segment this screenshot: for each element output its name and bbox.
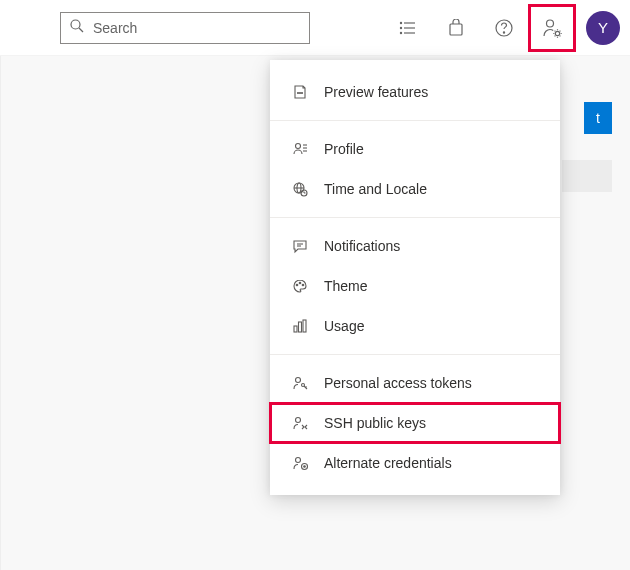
chat-icon (290, 236, 310, 256)
svg-point-34 (296, 378, 301, 383)
svg-point-38 (296, 418, 301, 423)
list-icon[interactable] (384, 4, 432, 52)
menu-item-alt-credentials[interactable]: Alternate credentials (270, 443, 560, 483)
svg-line-1 (79, 28, 83, 32)
avatar-initial: Y (598, 19, 608, 36)
preview-icon (290, 82, 310, 102)
svg-point-14 (300, 93, 301, 94)
svg-point-29 (299, 282, 301, 284)
menu-label: Preview features (324, 84, 428, 100)
person-alt-icon (290, 453, 310, 473)
svg-point-5 (400, 27, 401, 28)
svg-point-3 (400, 22, 401, 23)
top-bar: Y (0, 0, 630, 56)
menu-item-theme[interactable]: Theme (270, 266, 560, 306)
menu-label: Time and Locale (324, 181, 427, 197)
toolbar-fragment (562, 160, 612, 192)
svg-rect-8 (450, 24, 462, 35)
menu-item-usage[interactable]: Usage (270, 306, 560, 346)
help-icon[interactable] (480, 4, 528, 52)
menu-label: Notifications (324, 238, 400, 254)
person-key-icon (290, 373, 310, 393)
svg-rect-33 (303, 320, 306, 332)
user-settings-icon[interactable] (528, 4, 576, 52)
menu-item-ssh-keys[interactable]: SSH public keys (270, 403, 560, 443)
svg-point-0 (71, 20, 80, 29)
menu-label: Theme (324, 278, 368, 294)
profile-icon (290, 139, 310, 159)
menu-label: SSH public keys (324, 415, 426, 431)
menu-divider (270, 120, 560, 121)
user-settings-menu: Preview features Profile Time and Locale… (270, 60, 560, 495)
menu-item-pat[interactable]: Personal access tokens (270, 363, 560, 403)
svg-rect-31 (294, 326, 297, 332)
marketplace-icon[interactable] (432, 4, 480, 52)
menu-item-preview-features[interactable]: Preview features (270, 72, 560, 112)
svg-point-41 (304, 466, 306, 468)
svg-line-37 (306, 387, 307, 388)
menu-label: Personal access tokens (324, 375, 472, 391)
globe-icon (290, 179, 310, 199)
svg-point-11 (547, 20, 554, 27)
menu-divider (270, 354, 560, 355)
svg-point-39 (296, 458, 301, 463)
search-input[interactable] (93, 20, 301, 36)
menu-item-profile[interactable]: Profile (270, 129, 560, 169)
svg-point-28 (296, 284, 298, 286)
bar-chart-icon (290, 316, 310, 336)
palette-icon (290, 276, 310, 296)
svg-rect-32 (299, 322, 302, 332)
svg-point-13 (298, 93, 299, 94)
svg-point-30 (302, 284, 304, 286)
svg-point-7 (400, 32, 401, 33)
menu-label: Alternate credentials (324, 455, 452, 471)
svg-point-16 (296, 144, 301, 149)
topbar-icons: Y (384, 4, 620, 52)
menu-divider (270, 217, 560, 218)
svg-point-10 (503, 31, 504, 32)
menu-item-time-locale[interactable]: Time and Locale (270, 169, 560, 209)
svg-point-15 (302, 93, 303, 94)
menu-item-notifications[interactable]: Notifications (270, 226, 560, 266)
menu-label: Profile (324, 141, 364, 157)
person-ssh-icon (290, 413, 310, 433)
svg-point-12 (555, 31, 559, 35)
search-box[interactable] (60, 12, 310, 44)
primary-action-button[interactable]: t (584, 102, 612, 134)
search-icon (69, 18, 85, 38)
avatar[interactable]: Y (586, 11, 620, 45)
menu-label: Usage (324, 318, 364, 334)
